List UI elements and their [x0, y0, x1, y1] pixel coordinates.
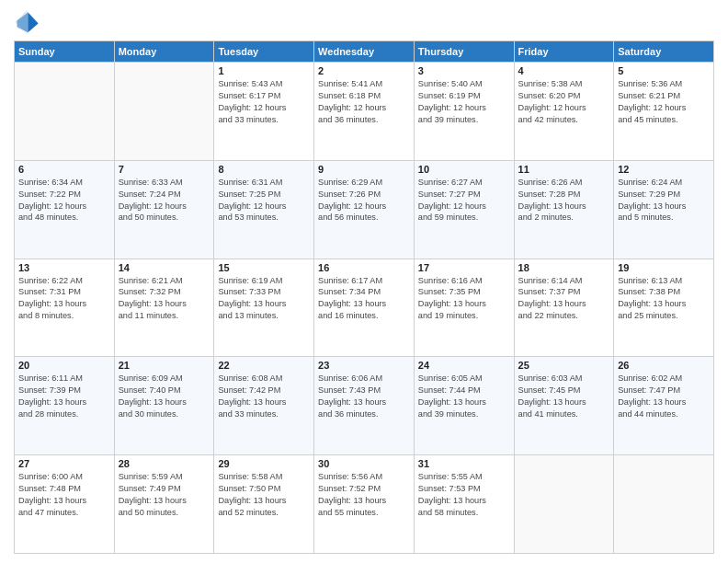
day-number: 26 — [618, 360, 710, 371]
calendar-cell: 13Sunrise: 6:22 AM Sunset: 7:31 PM Dayli… — [15, 259, 115, 357]
day-number: 17 — [418, 262, 510, 273]
day-info: Sunrise: 6:05 AM Sunset: 7:44 PM Dayligh… — [418, 373, 510, 420]
day-info: Sunrise: 5:36 AM Sunset: 6:21 PM Dayligh… — [618, 78, 710, 126]
day-info: Sunrise: 6:29 AM Sunset: 7:26 PM Dayligh… — [318, 177, 410, 224]
day-info: Sunrise: 5:41 AM Sunset: 6:18 PM Dayligh… — [318, 78, 410, 126]
logo — [14, 9, 43, 35]
calendar: SundayMondayTuesdayWednesdayThursdayFrid… — [14, 40, 714, 554]
calendar-cell: 3Sunrise: 5:40 AM Sunset: 6:19 PM Daylig… — [414, 63, 514, 161]
calendar-cell: 25Sunrise: 6:03 AM Sunset: 7:45 PM Dayli… — [514, 357, 614, 455]
day-number: 11 — [518, 164, 610, 175]
calendar-cell — [514, 455, 614, 554]
calendar-cell: 24Sunrise: 6:05 AM Sunset: 7:44 PM Dayli… — [414, 357, 514, 455]
calendar-cell: 26Sunrise: 6:02 AM Sunset: 7:47 PM Dayli… — [614, 357, 714, 455]
day-info: Sunrise: 6:03 AM Sunset: 7:45 PM Dayligh… — [518, 373, 610, 420]
day-number: 13 — [18, 262, 110, 273]
weekday-header-saturday: Saturday — [614, 41, 714, 63]
day-info: Sunrise: 6:02 AM Sunset: 7:47 PM Dayligh… — [618, 373, 710, 420]
day-number: 8 — [218, 164, 310, 175]
calendar-cell: 30Sunrise: 5:56 AM Sunset: 7:52 PM Dayli… — [314, 455, 415, 554]
day-number: 16 — [318, 262, 410, 273]
day-number: 9 — [318, 164, 410, 175]
weekday-header-tuesday: Tuesday — [214, 41, 314, 63]
day-info: Sunrise: 6:14 AM Sunset: 7:37 PM Dayligh… — [518, 275, 610, 323]
day-number: 27 — [18, 458, 110, 469]
calendar-cell — [15, 63, 115, 161]
day-number: 15 — [218, 262, 310, 273]
calendar-cell: 31Sunrise: 5:55 AM Sunset: 7:53 PM Dayli… — [414, 455, 514, 554]
day-info: Sunrise: 6:26 AM Sunset: 7:28 PM Dayligh… — [518, 177, 610, 224]
day-number: 24 — [418, 360, 510, 371]
calendar-cell: 2Sunrise: 5:41 AM Sunset: 6:18 PM Daylig… — [314, 63, 415, 161]
day-info: Sunrise: 5:56 AM Sunset: 7:52 PM Dayligh… — [318, 471, 410, 519]
day-info: Sunrise: 6:24 AM Sunset: 7:29 PM Dayligh… — [618, 177, 710, 224]
calendar-cell: 20Sunrise: 6:11 AM Sunset: 7:39 PM Dayli… — [15, 357, 115, 455]
weekday-header-wednesday: Wednesday — [314, 41, 415, 63]
day-info: Sunrise: 5:58 AM Sunset: 7:50 PM Dayligh… — [218, 471, 310, 519]
day-number: 23 — [318, 360, 410, 371]
week-row-3: 20Sunrise: 6:11 AM Sunset: 7:39 PM Dayli… — [15, 357, 714, 455]
day-number: 19 — [618, 262, 710, 273]
day-info: Sunrise: 6:09 AM Sunset: 7:40 PM Dayligh… — [119, 373, 210, 420]
day-number: 29 — [218, 458, 310, 469]
day-info: Sunrise: 5:38 AM Sunset: 6:20 PM Dayligh… — [518, 78, 610, 126]
calendar-cell: 5Sunrise: 5:36 AM Sunset: 6:21 PM Daylig… — [614, 63, 714, 161]
calendar-cell: 29Sunrise: 5:58 AM Sunset: 7:50 PM Dayli… — [214, 455, 314, 554]
day-info: Sunrise: 5:43 AM Sunset: 6:17 PM Dayligh… — [218, 78, 310, 126]
day-info: Sunrise: 6:22 AM Sunset: 7:31 PM Dayligh… — [18, 275, 110, 323]
week-row-0: 1Sunrise: 5:43 AM Sunset: 6:17 PM Daylig… — [15, 63, 714, 161]
calendar-cell — [114, 63, 214, 161]
week-row-2: 13Sunrise: 6:22 AM Sunset: 7:31 PM Dayli… — [15, 259, 714, 357]
calendar-cell: 22Sunrise: 6:08 AM Sunset: 7:42 PM Dayli… — [214, 357, 314, 455]
day-info: Sunrise: 6:34 AM Sunset: 7:22 PM Dayligh… — [18, 177, 110, 224]
calendar-cell: 14Sunrise: 6:21 AM Sunset: 7:32 PM Dayli… — [114, 259, 214, 357]
calendar-cell: 6Sunrise: 6:34 AM Sunset: 7:22 PM Daylig… — [15, 160, 115, 259]
day-info: Sunrise: 6:00 AM Sunset: 7:48 PM Dayligh… — [18, 471, 110, 519]
week-row-1: 6Sunrise: 6:34 AM Sunset: 7:22 PM Daylig… — [15, 160, 714, 259]
calendar-cell: 17Sunrise: 6:16 AM Sunset: 7:35 PM Dayli… — [414, 259, 514, 357]
day-number: 7 — [119, 164, 210, 175]
weekday-header-friday: Friday — [514, 41, 614, 63]
weekday-header-thursday: Thursday — [414, 41, 514, 63]
day-info: Sunrise: 6:21 AM Sunset: 7:32 PM Dayligh… — [119, 275, 210, 323]
calendar-cell: 27Sunrise: 6:00 AM Sunset: 7:48 PM Dayli… — [15, 455, 115, 554]
day-number: 6 — [18, 164, 110, 175]
day-number: 4 — [518, 65, 610, 76]
svg-marker-1 — [28, 13, 38, 33]
day-info: Sunrise: 6:31 AM Sunset: 7:25 PM Dayligh… — [218, 177, 310, 224]
calendar-cell: 15Sunrise: 6:19 AM Sunset: 7:33 PM Dayli… — [214, 259, 314, 357]
day-number: 5 — [618, 65, 710, 76]
calendar-cell: 8Sunrise: 6:31 AM Sunset: 7:25 PM Daylig… — [214, 160, 314, 259]
day-info: Sunrise: 6:13 AM Sunset: 7:38 PM Dayligh… — [618, 275, 710, 323]
day-info: Sunrise: 6:16 AM Sunset: 7:35 PM Dayligh… — [418, 275, 510, 323]
calendar-cell — [614, 455, 714, 554]
day-info: Sunrise: 6:06 AM Sunset: 7:43 PM Dayligh… — [318, 373, 410, 420]
day-info: Sunrise: 6:08 AM Sunset: 7:42 PM Dayligh… — [218, 373, 310, 420]
day-number: 30 — [318, 458, 410, 469]
day-number: 25 — [518, 360, 610, 371]
calendar-cell: 18Sunrise: 6:14 AM Sunset: 7:37 PM Dayli… — [514, 259, 614, 357]
header — [14, 9, 714, 35]
calendar-cell: 10Sunrise: 6:27 AM Sunset: 7:27 PM Dayli… — [414, 160, 514, 259]
day-number: 31 — [418, 458, 510, 469]
calendar-cell: 28Sunrise: 5:59 AM Sunset: 7:49 PM Dayli… — [114, 455, 214, 554]
day-number: 12 — [618, 164, 710, 175]
calendar-cell: 1Sunrise: 5:43 AM Sunset: 6:17 PM Daylig… — [214, 63, 314, 161]
day-info: Sunrise: 5:55 AM Sunset: 7:53 PM Dayligh… — [418, 471, 510, 519]
day-number: 21 — [119, 360, 210, 371]
day-info: Sunrise: 5:59 AM Sunset: 7:49 PM Dayligh… — [119, 471, 210, 519]
calendar-cell: 16Sunrise: 6:17 AM Sunset: 7:34 PM Dayli… — [314, 259, 415, 357]
page: SundayMondayTuesdayWednesdayThursdayFrid… — [0, 0, 728, 563]
day-number: 10 — [418, 164, 510, 175]
day-info: Sunrise: 6:17 AM Sunset: 7:34 PM Dayligh… — [318, 275, 410, 323]
calendar-cell: 7Sunrise: 6:33 AM Sunset: 7:24 PM Daylig… — [114, 160, 214, 259]
day-number: 28 — [119, 458, 210, 469]
weekday-header-sunday: Sunday — [15, 41, 115, 63]
weekday-header-row: SundayMondayTuesdayWednesdayThursdayFrid… — [15, 41, 714, 63]
day-number: 22 — [218, 360, 310, 371]
day-info: Sunrise: 6:33 AM Sunset: 7:24 PM Dayligh… — [119, 177, 210, 224]
logo-icon — [14, 9, 40, 35]
calendar-cell: 12Sunrise: 6:24 AM Sunset: 7:29 PM Dayli… — [614, 160, 714, 259]
day-number: 3 — [418, 65, 510, 76]
calendar-cell: 4Sunrise: 5:38 AM Sunset: 6:20 PM Daylig… — [514, 63, 614, 161]
